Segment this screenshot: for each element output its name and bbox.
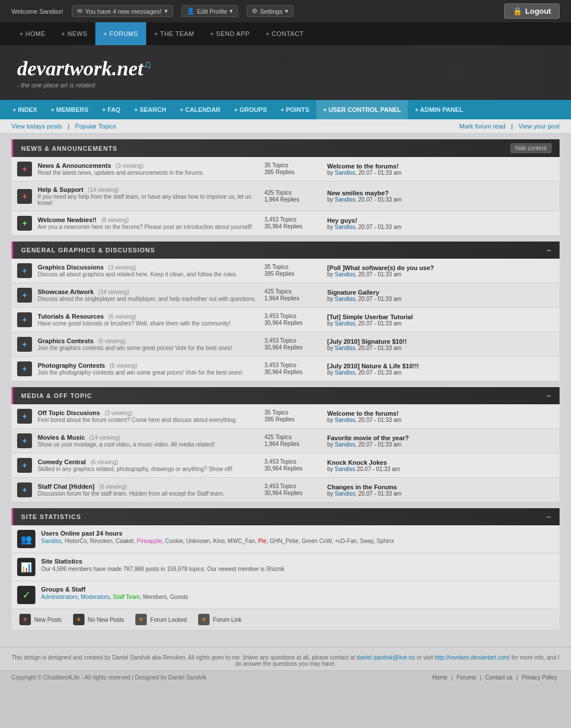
- user-pineapple[interactable]: Pineapple: [136, 538, 162, 544]
- author-link[interactable]: Sandiss: [335, 466, 355, 472]
- last-post-by-help: by Sandiss, 20.07 - 01:33 am: [327, 196, 554, 203]
- nav-item-home[interactable]: + HOME: [11, 22, 53, 45]
- forum-name-help[interactable]: Help & Support: [38, 186, 83, 193]
- legend-locked: + Forum Locked: [135, 614, 187, 625]
- forum-info-photo-contests: Photography Contests (6 viewing) Join th…: [38, 362, 264, 376]
- user-pie[interactable]: Pie: [258, 538, 266, 544]
- last-post-author-news[interactable]: Sandiss: [335, 170, 355, 176]
- group-admins[interactable]: Administrators: [41, 594, 78, 600]
- group-staffteam[interactable]: Staff Team: [113, 594, 140, 600]
- footer-link-contact[interactable]: Contact us: [485, 674, 513, 681]
- author-link[interactable]: Sandiss: [335, 271, 355, 277]
- forum-stats-newbies: 3,453 Topics 30,964 Replies: [264, 216, 327, 230]
- author-link[interactable]: Sandiss: [335, 441, 355, 448]
- forum-name-movies[interactable]: Movies & Music: [38, 434, 85, 441]
- forum-row-movies: + Movies & Music (14 viewing) Show us yo…: [11, 429, 560, 453]
- section-news-collapse[interactable]: hide content: [510, 143, 552, 153]
- groups-text: Administrators, Moderators, Staff Team, …: [41, 594, 554, 600]
- forum-name-gfx-contests[interactable]: Graphics Contests: [38, 337, 94, 344]
- forum-row-news-announcements: + News & Announcements (3 viewing) Read …: [11, 157, 560, 182]
- section-stats-collapse[interactable]: –: [546, 512, 552, 521]
- footer-credits-text: This design is designed and created by D…: [11, 654, 560, 667]
- site-tagline: - the one place art is related: [17, 82, 152, 89]
- forum-icon-graphics: +: [17, 263, 32, 278]
- author-link[interactable]: Sandiss: [335, 490, 355, 497]
- forum-row-gfx-contests: + Graphics Contests (6 viewing) Join the…: [11, 332, 560, 357]
- forum-info-gfx-contests: Graphics Contests (6 viewing) Join the g…: [38, 337, 264, 351]
- legend-icon-link: +: [198, 614, 210, 625]
- forum-info-showcase: Showcase Artwork (14 viewing) Discuss ab…: [38, 288, 264, 302]
- settings-button[interactable]: ⚙ Settings ▾: [247, 5, 293, 17]
- sec-nav-members[interactable]: + MEMBERS: [44, 100, 95, 119]
- sec-nav-groups[interactable]: + GROUPS: [227, 100, 274, 119]
- section-stats-title: SITE STATISTICS: [21, 513, 81, 520]
- forum-name-offtopic[interactable]: Off Topic Discusions: [38, 409, 100, 416]
- forum-row-offtopic: + Off Topic Discusions (3 viewing) Feel …: [11, 404, 560, 429]
- last-post-author-help[interactable]: Sandiss: [335, 196, 355, 203]
- footer-link-privacy[interactable]: Privacy Policy: [522, 674, 557, 681]
- sec-nav-admin[interactable]: + ADMIN PANEL: [408, 100, 470, 119]
- logo-area: devartwork.net♫ - the one place art is r…: [17, 57, 152, 89]
- mark-forum-read-link[interactable]: Mark forum read: [459, 123, 505, 130]
- sec-nav-points[interactable]: + POINTS: [274, 100, 316, 119]
- section-media-collapse[interactable]: –: [546, 391, 552, 400]
- footer-copyright: Copyright © Chubbies4Life - All rights r…: [11, 674, 206, 681]
- edit-profile-button[interactable]: 👤 Edit Profile ▾: [182, 5, 238, 17]
- forum-stats-help: 425 Topics 1,964 Replies: [264, 190, 327, 203]
- user-icon: 👤: [187, 7, 195, 15]
- nav-item-contact[interactable]: + CONTACT: [258, 22, 311, 45]
- forum-name-row-help: Help & Support (14 viewing): [38, 186, 264, 193]
- forum-name-showcase[interactable]: Showcase Artwork: [38, 288, 94, 295]
- online-users-title: Users Online past 24 hours: [41, 530, 554, 537]
- footer-link-forums[interactable]: Forums: [457, 674, 476, 681]
- legend-icon-new: +: [19, 614, 31, 625]
- sec-nav-calendar[interactable]: + CALENDAR: [173, 100, 227, 119]
- forum-replies-help: 1,964 Replies: [264, 196, 327, 203]
- forum-name-newbies[interactable]: Welcome Newbies!!: [38, 216, 96, 223]
- legend-row: + New Posts + No New Posts + Forum Locke…: [11, 609, 560, 630]
- forum-name-staffchat[interactable]: Staff Chat [Hidden]: [38, 483, 95, 490]
- forum-info-news: News & Announcements (3 viewing) Read th…: [38, 162, 264, 176]
- forum-name-graphics[interactable]: Graphics Discussions: [38, 264, 104, 271]
- nav-item-news[interactable]: + NEWS: [53, 22, 95, 45]
- sec-nav-ucp[interactable]: + USER CONTROL PANEL: [316, 100, 408, 119]
- forum-name-tutorials[interactable]: Tutorials & Resources: [38, 313, 104, 320]
- footer-links: Home | Forums | Contact us | Privacy Pol…: [430, 674, 560, 681]
- sec-nav-index[interactable]: + INDEX: [6, 100, 44, 119]
- sec-nav-search[interactable]: + SEARCH: [127, 100, 173, 119]
- view-todays-link[interactable]: View todays posts: [11, 123, 62, 130]
- group-mods[interactable]: Moderators: [81, 594, 110, 600]
- author-link[interactable]: Sandiss: [335, 320, 355, 327]
- footer-email[interactable]: daniel.sandvik@live.no: [356, 654, 415, 661]
- messages-button[interactable]: ✉ You have 4 new messages! ▾: [72, 5, 173, 17]
- forum-name-comedy[interactable]: Comedy Central: [38, 458, 86, 465]
- footer-url[interactable]: http://revoken.deviantart.com/: [435, 654, 510, 661]
- forum-name-news[interactable]: News & Announcements: [38, 162, 111, 169]
- view-your-post-link[interactable]: View your post: [518, 123, 560, 130]
- forum-name-photo-contests[interactable]: Photography Contests: [38, 362, 105, 369]
- popular-topics-link[interactable]: Popular Topics: [75, 123, 116, 130]
- last-post-by-news: by Sandiss, 20.07 - 01:33 am: [327, 170, 554, 176]
- last-post-author-newbies[interactable]: Sandiss: [335, 224, 355, 230]
- user-sandiss[interactable]: Sandiss: [41, 538, 62, 544]
- author-link[interactable]: Sandiss: [335, 296, 355, 302]
- section-general-title: GENERAL GRAPHICS & DISCUSSIONS: [21, 247, 155, 254]
- author-link[interactable]: Sandiss: [335, 369, 355, 376]
- author-link[interactable]: Sandiss: [335, 345, 355, 351]
- section-news: NEWS & ANNOUNCEMENTS hide content + News…: [11, 139, 560, 236]
- nav-item-forums[interactable]: + FORUMS: [95, 22, 146, 45]
- nav-item-sendapp[interactable]: + SEND APP: [202, 22, 258, 45]
- forum-row-tutorials: + Tutorials & Resources (6 viewing) Have…: [11, 308, 560, 332]
- forum-viewing-newbies: (8 viewing): [101, 217, 128, 223]
- author-link[interactable]: Sandiss: [335, 417, 355, 423]
- forum-desc-help: If you need any help from the staff team…: [38, 194, 264, 206]
- logout-button[interactable]: 🔒 Logout: [504, 3, 560, 19]
- site-stats-icon: 📊: [17, 558, 35, 576]
- forum-name-row-graphics: Graphics Discussions (3 viewing): [38, 264, 264, 271]
- forum-icon-offtopic: +: [17, 409, 32, 424]
- footer-link-home[interactable]: Home: [432, 674, 448, 681]
- section-media: MEDIA & OFF TOPIC – + Off Topic Discusio…: [11, 387, 560, 502]
- nav-item-team[interactable]: + THE TEAM: [146, 22, 202, 45]
- section-general-collapse[interactable]: –: [546, 246, 552, 255]
- sec-nav-faq[interactable]: + FAQ: [95, 100, 127, 119]
